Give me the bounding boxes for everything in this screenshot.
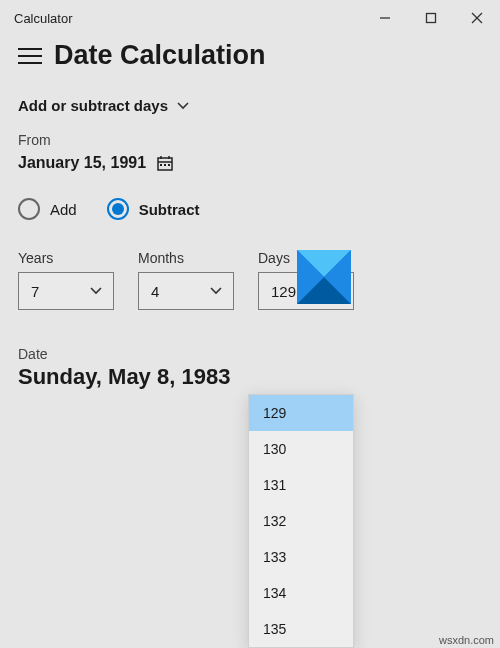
dropdown-option[interactable]: 135: [249, 611, 353, 647]
svg-rect-10: [168, 164, 170, 166]
maximize-button[interactable]: [408, 0, 454, 36]
chevron-down-icon: [89, 284, 103, 298]
close-button[interactable]: [454, 0, 500, 36]
radio-unchecked-icon: [18, 198, 40, 220]
titlebar: Calculator: [0, 0, 500, 36]
from-label: From: [18, 132, 482, 148]
svg-rect-1: [427, 14, 436, 23]
watermark: wsxdn.com: [439, 634, 494, 646]
radio-subtract[interactable]: Subtract: [107, 198, 200, 220]
days-dropdown-popup: 129 130 131 132 133 134 135: [248, 394, 354, 648]
dropdown-option[interactable]: 131: [249, 467, 353, 503]
svg-rect-9: [164, 164, 166, 166]
months-label: Months: [138, 250, 234, 266]
years-combo[interactable]: 7: [18, 272, 114, 310]
mode-dropdown[interactable]: Add or subtract days: [0, 73, 500, 122]
years-label: Years: [18, 250, 114, 266]
dropdown-option[interactable]: 129: [249, 395, 353, 431]
dropdown-option[interactable]: 130: [249, 431, 353, 467]
windows-club-logo-icon: [297, 250, 351, 304]
svg-rect-8: [160, 164, 162, 166]
days-value: 129: [271, 283, 296, 300]
from-date-picker[interactable]: January 15, 1991: [18, 148, 482, 172]
radio-checked-icon: [107, 198, 129, 220]
radio-subtract-label: Subtract: [139, 201, 200, 218]
radio-add-label: Add: [50, 201, 77, 218]
mode-label: Add or subtract days: [18, 97, 168, 114]
radio-add[interactable]: Add: [18, 198, 77, 220]
page-title: Date Calculation: [54, 40, 266, 71]
minimize-button[interactable]: [362, 0, 408, 36]
chevron-down-icon: [209, 284, 223, 298]
calendar-icon: [156, 154, 174, 172]
result-value: Sunday, May 8, 1983: [18, 362, 482, 390]
dropdown-option[interactable]: 134: [249, 575, 353, 611]
result-label: Date: [18, 346, 482, 362]
months-combo[interactable]: 4: [138, 272, 234, 310]
window-title: Calculator: [14, 11, 73, 26]
dropdown-option[interactable]: 133: [249, 539, 353, 575]
hamburger-menu-button[interactable]: [18, 48, 42, 64]
from-date-value: January 15, 1991: [18, 154, 146, 172]
dropdown-option[interactable]: 132: [249, 503, 353, 539]
years-value: 7: [31, 283, 39, 300]
months-value: 4: [151, 283, 159, 300]
chevron-down-icon: [176, 99, 190, 113]
